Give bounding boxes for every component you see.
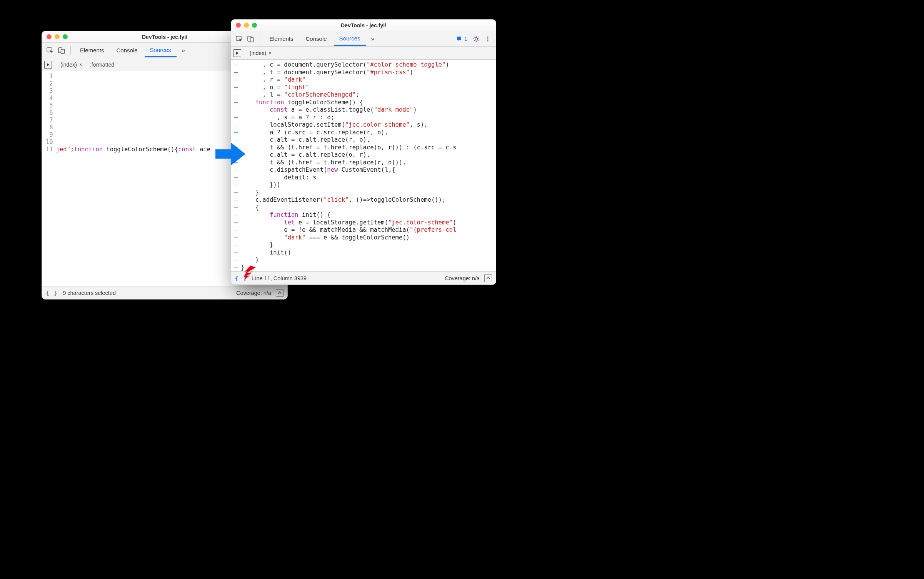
- device-toggle-icon[interactable]: [246, 34, 256, 44]
- device-toggle-icon[interactable]: [57, 45, 67, 55]
- svg-point-15: [487, 36, 488, 37]
- svg-rect-5: [250, 38, 254, 42]
- svg-rect-2: [61, 49, 65, 54]
- tab-elements[interactable]: Elements: [75, 44, 110, 57]
- file-tabstrip: (index) ×: [231, 47, 496, 60]
- svg-point-16: [487, 38, 488, 39]
- status-bar: { } Line 11, Column 3939 Coverage: n/a: [231, 271, 496, 284]
- panel-tabs: Elements Console Sources » 1: [231, 31, 496, 47]
- file-tab-index[interactable]: (index) ×: [247, 49, 275, 57]
- more-tabs-icon[interactable]: »: [178, 47, 189, 54]
- inspect-icon[interactable]: [234, 34, 244, 44]
- svg-point-17: [487, 40, 488, 41]
- svg-point-6: [475, 37, 477, 40]
- navigator-toggle-icon[interactable]: [44, 61, 52, 69]
- minimize-icon[interactable]: [55, 34, 60, 39]
- minimize-icon[interactable]: [244, 23, 249, 28]
- show-drawer-icon[interactable]: [484, 274, 492, 282]
- close-icon[interactable]: [47, 34, 52, 39]
- svg-line-14: [478, 37, 479, 37]
- issues-icon[interactable]: 1: [454, 34, 470, 44]
- tab-sources[interactable]: Sources: [145, 44, 177, 57]
- status-bar: { } 9 characters selected Coverage: n/a: [42, 286, 287, 299]
- titlebar: DevTools - jec.fyi/: [231, 20, 496, 31]
- devtools-window-right: DevTools - jec.fyi/ Elements Console Sou…: [231, 19, 496, 285]
- selection-status: 9 characters selected: [63, 290, 116, 296]
- window-controls: [236, 23, 257, 28]
- code-content[interactable]: , c = document.querySelector("#color-sch…: [240, 60, 496, 271]
- file-tab-label: (index): [250, 50, 266, 56]
- file-tab-label: :formatted: [90, 62, 114, 68]
- svg-line-11: [474, 37, 475, 37]
- pretty-print-icon[interactable]: { }: [46, 290, 58, 296]
- gear-icon[interactable]: [471, 34, 481, 44]
- line-gutter: 1 2 3 4 5 6 7 8 9 10 11: [42, 71, 55, 286]
- red-arrow-icon: [243, 265, 258, 282]
- inspect-icon[interactable]: [45, 45, 55, 55]
- window-controls: [47, 34, 68, 39]
- svg-line-13: [474, 40, 475, 41]
- tab-console[interactable]: Console: [111, 44, 143, 57]
- close-icon[interactable]: [236, 23, 241, 28]
- navigator-toggle-icon[interactable]: [234, 49, 241, 57]
- close-icon[interactable]: ×: [269, 50, 272, 56]
- tab-console[interactable]: Console: [300, 32, 332, 45]
- maximize-icon[interactable]: [63, 34, 68, 39]
- svg-line-12: [478, 40, 479, 41]
- file-tab-index[interactable]: (index) ×: [57, 60, 85, 69]
- window-title: DevTools - jec.fyi/: [236, 22, 491, 28]
- code-editor[interactable]: –––––––––––––––––––––––––––– , c = docum…: [231, 60, 496, 271]
- file-tab-formatted[interactable]: :formatted: [87, 60, 117, 69]
- coverage-status: Coverage: n/a: [445, 275, 480, 281]
- file-tab-label: (index): [60, 62, 77, 68]
- tab-sources[interactable]: Sources: [334, 32, 366, 46]
- maximize-icon[interactable]: [252, 23, 257, 28]
- more-tabs-icon[interactable]: »: [367, 35, 378, 42]
- issues-count: 1: [464, 35, 467, 42]
- tab-elements[interactable]: Elements: [264, 32, 299, 45]
- kebab-menu-icon[interactable]: [483, 34, 493, 44]
- cursor-position: Line 11, Column 3939: [252, 275, 307, 281]
- show-drawer-icon[interactable]: [276, 289, 284, 297]
- close-icon[interactable]: ×: [79, 62, 82, 68]
- coverage-status: Coverage: n/a: [236, 290, 271, 296]
- blue-arrow-icon: [215, 142, 246, 167]
